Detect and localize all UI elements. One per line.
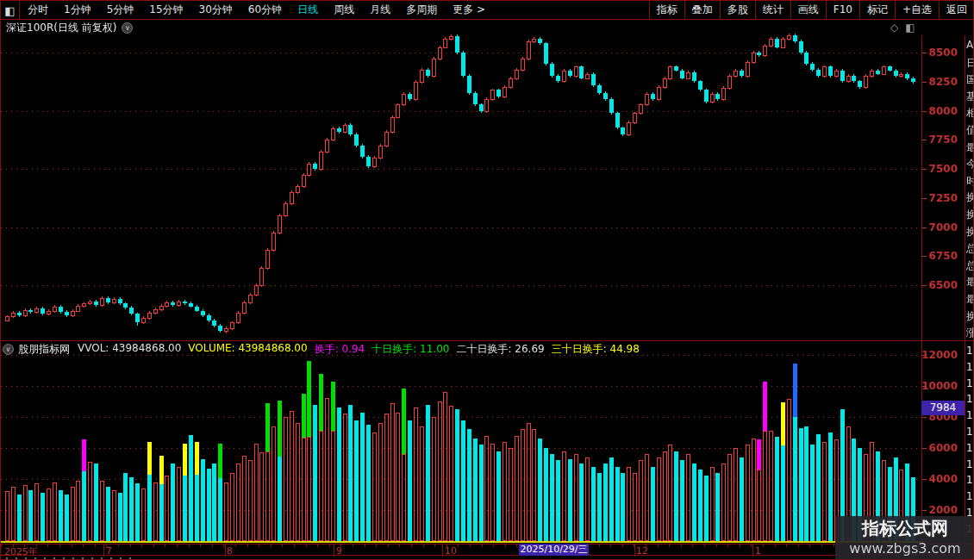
right-panel-clipped-text: 换 xyxy=(966,225,974,240)
menu-back[interactable]: 返回 xyxy=(940,1,974,20)
tab-30min[interactable]: 30分钟 xyxy=(191,1,240,20)
axis-divider-tick xyxy=(334,544,334,557)
right-panel-clipped-text: 值 xyxy=(966,123,974,138)
volume-tick-label: 2000 xyxy=(921,504,961,516)
right-panel-clipped-text: 最 xyxy=(966,140,974,155)
axis-divider-tick xyxy=(225,544,226,557)
period-tabs: 分时1分钟5分钟15分钟30分钟60分钟日线周线月线多周期更多 > xyxy=(20,1,493,19)
menu-stats[interactable]: 统计 xyxy=(756,1,791,20)
month-label: 8 xyxy=(227,545,233,557)
right-panel-clipped-text: 相 xyxy=(966,106,974,121)
tab-week[interactable]: 周线 xyxy=(326,1,362,20)
right-panel-clipped-text: 最 xyxy=(966,275,974,289)
split-view-icon: ◧ xyxy=(4,5,15,16)
indicator-header: ∨ 股朋指标网 VVOL: 43984868.00VOLUME: 4398486… xyxy=(3,342,646,356)
volume-tick-label: 4000 xyxy=(921,473,961,485)
date-cursor-label: 2025/10/29/三 xyxy=(519,544,589,556)
menu-multi-stock[interactable]: 多股 xyxy=(721,1,756,20)
split-view-button[interactable]: ◧ xyxy=(1,1,20,20)
menu-add-watch[interactable]: +自选 xyxy=(896,1,940,20)
indicator-field-turnover-20d: 二十日换手: 26.69 xyxy=(456,342,544,357)
right-panel-clipped-digit: 1 xyxy=(966,458,973,470)
month-label: 10 xyxy=(445,545,457,557)
right-panel-clipped-digit: 1 xyxy=(966,426,973,438)
right-panel-clipped-text: 国 xyxy=(966,72,974,87)
price-tick-label: 8500 xyxy=(921,47,961,59)
indicator-field-turnover: 换手: 0.94 xyxy=(315,342,365,357)
clipped-right-panel: A日国基相值最今时换换换总总最最换涨111111111111 xyxy=(965,35,974,556)
menu-indicator[interactable]: 指标 xyxy=(650,1,685,20)
price-tick-label: 8250 xyxy=(921,76,961,88)
right-panel-clipped-digit: 1 xyxy=(966,345,973,357)
axis-divider-tick xyxy=(442,544,443,557)
right-panel-clipped-text: 基 xyxy=(966,90,974,104)
tab-month[interactable]: 月线 xyxy=(362,1,398,20)
tab-day[interactable]: 日线 xyxy=(290,1,326,20)
right-panel-clipped-digit: 1 xyxy=(966,409,973,421)
menu-mark[interactable]: 标记 xyxy=(860,1,896,20)
price-tick-label: 7750 xyxy=(921,134,961,146)
watermark: 指标公式网 www.zbgs3.com xyxy=(835,516,974,560)
chevron-down-icon[interactable]: ∨ xyxy=(3,344,14,355)
layout-icon[interactable]: ◧ xyxy=(905,22,915,34)
tool-menu: 指标叠加多股统计画线F10标记+自选返回 xyxy=(649,1,974,19)
right-panel-clipped-text: 今 xyxy=(966,157,974,171)
menu-draw-line[interactable]: 画线 xyxy=(791,1,827,20)
indicator-name: 股朋指标网 xyxy=(18,342,70,357)
tab-multi-period[interactable]: 多周期 xyxy=(398,1,445,20)
tab-1min[interactable]: 1分钟 xyxy=(56,1,99,20)
time-axis[interactable]: 2025年 78910121 xyxy=(1,544,974,556)
price-tick-label: 6750 xyxy=(921,250,961,262)
tab-fenshi[interactable]: 分时 xyxy=(20,1,56,20)
menu-f10[interactable]: F10 xyxy=(827,1,860,20)
kline-volume-chart-canvas[interactable] xyxy=(1,1,974,560)
page-title: 深证100R(日线 前复权) xyxy=(6,21,116,35)
right-panel-clipped-text: 日 xyxy=(966,56,974,71)
trading-app-window: ◧ 分时1分钟5分钟15分钟30分钟60分钟日线周线月线多周期更多 > 指标叠加… xyxy=(0,0,974,560)
volume-tick-label: 12000 xyxy=(921,349,961,361)
right-panel-clipped-text: 时 xyxy=(966,174,974,189)
volume-tick-label: 6000 xyxy=(921,442,961,454)
month-label: 12 xyxy=(636,545,648,557)
watermark-title: 指标公式网 xyxy=(835,516,974,540)
watermark-url: www.zbgs3.com xyxy=(835,540,974,557)
tab-60min[interactable]: 60分钟 xyxy=(240,1,290,20)
right-panel-clipped-text: 最 xyxy=(966,292,974,307)
tab-more[interactable]: 更多 > xyxy=(445,1,493,20)
right-panel-clipped-digit: 1 xyxy=(966,377,973,389)
chevron-down-icon[interactable]: ∨ xyxy=(122,22,133,34)
price-tick-label: 7250 xyxy=(921,192,961,204)
diamond-icon[interactable]: ◇ xyxy=(890,22,898,34)
price-tick-label: 7500 xyxy=(921,163,961,175)
right-panel-clipped-text: 换 xyxy=(966,309,974,324)
right-panel-clipped-digit: 1 xyxy=(966,361,973,373)
tab-5min[interactable]: 5分钟 xyxy=(99,1,142,20)
time-axis-ticks xyxy=(1,544,949,547)
month-label: 7 xyxy=(106,545,112,557)
title-bar: 深证100R(日线 前复权) ∨ xyxy=(1,21,133,35)
right-panel-clipped-text: A xyxy=(966,39,973,51)
volume-tick-label: 10000 xyxy=(921,380,961,392)
indicator-field-volume: VOLUME: 43984868.00 xyxy=(188,342,307,357)
indicator-field-turnover-30d: 三十日换手: 44.98 xyxy=(552,342,640,357)
right-panel-clipped-text: 总 xyxy=(966,258,974,273)
right-panel-clipped-digit: 1 xyxy=(966,393,973,405)
month-label: 9 xyxy=(336,545,342,557)
indicator-field-turnover-10d: 十日换手: 11.00 xyxy=(371,342,449,357)
right-panel-clipped-text: 总 xyxy=(966,241,974,256)
right-panel-clipped-digit: 1 xyxy=(966,474,973,486)
axis-divider-tick xyxy=(634,544,635,557)
tab-15min[interactable]: 15分钟 xyxy=(141,1,190,20)
clipped-bottom-row xyxy=(1,557,974,560)
price-tick-label: 6500 xyxy=(921,279,961,291)
indicator-field-vvol: VVOL: 43984868.00 xyxy=(78,342,181,357)
axis-divider-tick xyxy=(103,544,104,557)
right-panel-clipped-text: 换 xyxy=(966,208,974,222)
axis-divider-tick xyxy=(752,544,753,557)
month-label: 1 xyxy=(755,545,761,557)
right-panel-clipped-text: 换 xyxy=(966,190,974,205)
right-panel-clipped-text: 涨 xyxy=(966,326,974,340)
top-toolbar: ◧ 分时1分钟5分钟15分钟30分钟60分钟日线周线月线多周期更多 > 指标叠加… xyxy=(1,1,974,20)
menu-overlay[interactable]: 叠加 xyxy=(685,1,721,20)
right-panel-clipped-digit: 1 xyxy=(966,442,973,454)
